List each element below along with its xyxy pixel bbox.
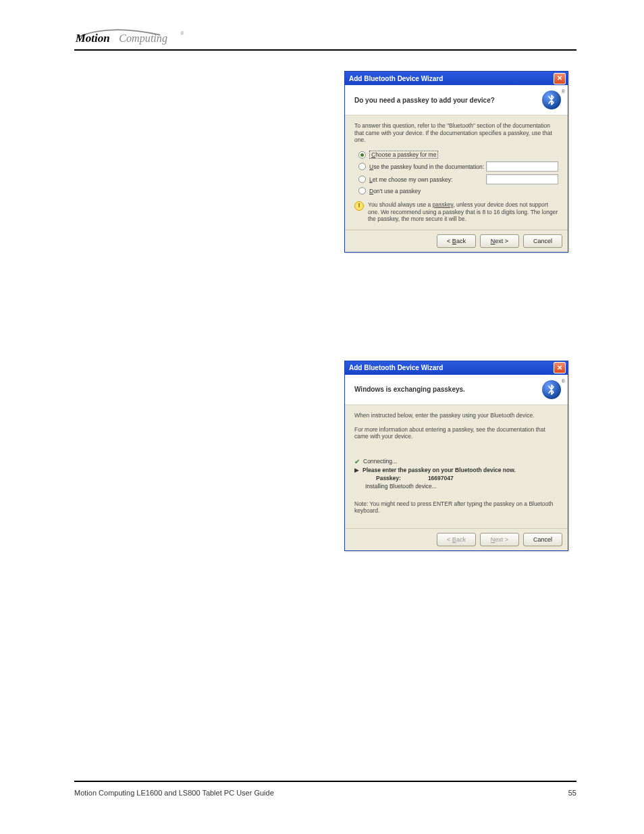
- next-button[interactable]: Next >: [480, 234, 519, 248]
- passkey-value: 16697047: [428, 475, 454, 481]
- next-button: Next >: [480, 533, 519, 546]
- arrow-right-icon: ▶: [354, 467, 359, 473]
- enter-now-line: ▶ Please enter the passkey on your Bluet…: [354, 467, 558, 473]
- close-icon[interactable]: ✕: [554, 362, 566, 373]
- dialog-titlebar[interactable]: Add Bluetooth Device Wizard ✕: [345, 361, 568, 375]
- dialog-heading: Do you need a passkey to add your device…: [354, 97, 495, 104]
- footer-divider: [74, 781, 576, 782]
- page-number: 55: [568, 789, 576, 797]
- svg-text:®: ®: [180, 31, 184, 36]
- option-own-passkey[interactable]: Let me choose my own passkey:: [358, 174, 558, 184]
- note-line: Note: You might need to press ENTER afte…: [354, 500, 558, 515]
- radio-icon[interactable]: [358, 163, 366, 170]
- dialog-header: Do you need a passkey to add your device…: [345, 85, 568, 115]
- logo-motion-text: Motion: [75, 32, 110, 45]
- intro-text: To answer this question, refer to the "B…: [354, 122, 558, 144]
- logo-swoosh-icon: Motion Computing ®: [74, 27, 189, 45]
- back-button: < Back: [437, 533, 476, 546]
- button-row: < Back Next > Cancel: [345, 528, 568, 550]
- logo-computing-text: Computing: [119, 32, 167, 45]
- passkey-info: ! You should always use a passkey, unles…: [354, 201, 558, 223]
- radio-icon[interactable]: [358, 151, 366, 159]
- own-passkey-input[interactable]: [486, 174, 558, 184]
- cancel-button[interactable]: Cancel: [523, 234, 562, 248]
- dialog-titlebar[interactable]: Add Bluetooth Device Wizard ✕: [345, 72, 568, 85]
- connecting-line: ✔ Connecting...: [354, 458, 558, 465]
- cancel-button[interactable]: Cancel: [523, 533, 562, 546]
- bluetooth-icon: ®: [542, 90, 561, 109]
- radio-icon[interactable]: [358, 176, 366, 183]
- warning-icon: !: [354, 201, 364, 211]
- header-divider: [74, 49, 576, 51]
- bluetooth-icon: ®: [542, 380, 561, 399]
- doc-passkey-input[interactable]: [486, 161, 558, 172]
- passkey-dialog: Add Bluetooth Device Wizard ✕ Do you nee…: [344, 71, 568, 253]
- radio-icon[interactable]: [358, 187, 366, 194]
- dialog-title: Add Bluetooth Device Wizard: [349, 75, 443, 82]
- option-no-passkey[interactable]: Don't use a passkey: [358, 187, 558, 194]
- exch-line1: When instructed below, enter the passkey…: [354, 412, 558, 419]
- option-choose-passkey[interactable]: Choose a passkey for me: [358, 151, 558, 159]
- button-row: < Back Next > Cancel: [345, 230, 568, 252]
- exchanging-dialog: Add Bluetooth Device Wizard ✕ Windows is…: [344, 361, 568, 551]
- passkey-link[interactable]: passkey: [433, 201, 454, 208]
- installing-line: Installing Bluetooth device...: [365, 483, 558, 490]
- close-icon[interactable]: ✕: [554, 73, 566, 84]
- exch-line2: For more information about entering a pa…: [354, 426, 558, 440]
- check-icon: ✔: [354, 458, 360, 465]
- dialog-header: Windows is exchanging passkeys. ®: [345, 375, 568, 405]
- page-footer: Motion Computing LE1600 and LS800 Tablet…: [74, 789, 576, 797]
- dialog-heading: Windows is exchanging passkeys.: [354, 386, 465, 393]
- option-doc-passkey[interactable]: Use the passkey found in the documentati…: [358, 161, 558, 172]
- footer-left: Motion Computing LE1600 and LS800 Tablet…: [74, 789, 274, 797]
- brand-logo: Motion Computing ®: [74, 27, 576, 45]
- back-button[interactable]: < Back: [437, 234, 476, 248]
- dialog-title: Add Bluetooth Device Wizard: [349, 364, 443, 371]
- passkey-row: Passkey: 16697047: [376, 475, 558, 481]
